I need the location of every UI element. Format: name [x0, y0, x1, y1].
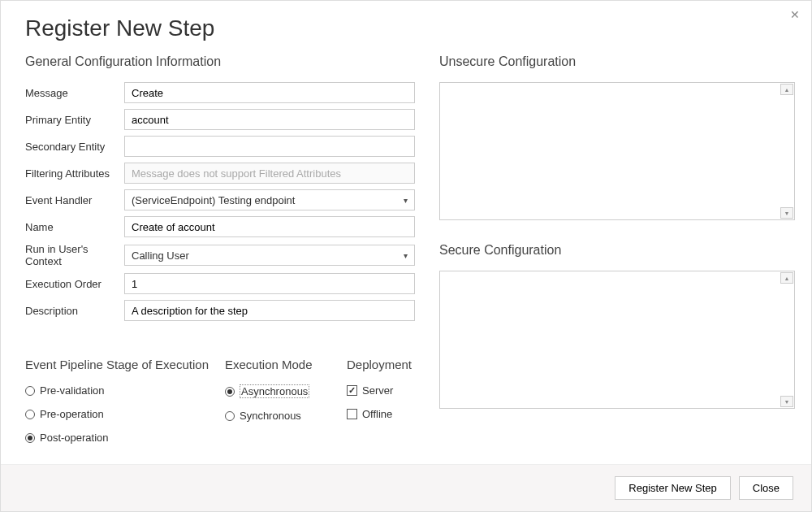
scroll-down-icon[interactable]: ▼ — [780, 396, 793, 407]
description-input[interactable] — [124, 300, 415, 321]
label-execution-order: Execution Order — [25, 278, 124, 290]
event-handler-value: (ServiceEndpoint) Testing endpoint — [132, 194, 295, 206]
radio-icon — [225, 411, 235, 421]
run-context-select[interactable]: Calling User ▾ — [124, 245, 415, 266]
primary-entity-input[interactable] — [124, 109, 415, 130]
label-description: Description — [25, 305, 124, 317]
checkbox-label-server: Server — [362, 384, 393, 397]
label-primary-entity: Primary Entity — [25, 114, 124, 126]
row-description: Description — [25, 300, 415, 321]
row-execution-order: Execution Order — [25, 273, 415, 294]
label-filtering-attributes: Filtering Attributes — [25, 167, 124, 180]
chevron-down-icon: ▾ — [404, 196, 408, 205]
general-config-header: General Configuration Information — [25, 54, 415, 69]
secondary-entity-input[interactable] — [124, 136, 415, 157]
row-name: Name — [25, 216, 415, 237]
checkbox-icon — [347, 385, 357, 396]
pipeline-stage-header: Event Pipeline Stage of Execution — [25, 358, 209, 371]
execution-order-input[interactable] — [124, 273, 415, 294]
deployment-header: Deployment — [347, 358, 444, 371]
checkbox-offline[interactable]: Offline — [347, 408, 444, 420]
row-event-handler: Event Handler (ServiceEndpoint) Testing … — [25, 189, 415, 210]
deployment-group: Deployment Server Offline — [347, 358, 444, 455]
radio-pre-validation[interactable]: Pre-validation — [25, 384, 209, 397]
unsecure-config-box: ▲ ▼ — [439, 82, 795, 220]
checkbox-icon — [347, 409, 357, 419]
radio-label-post-operation: Post-operation — [40, 432, 109, 444]
close-icon[interactable]: ✕ — [787, 7, 803, 22]
checkbox-server[interactable]: Server — [347, 384, 444, 397]
radio-synchronous[interactable]: Synchronous — [225, 410, 330, 422]
execution-mode-header: Execution Mode — [225, 358, 330, 371]
row-secondary-entity: Secondary Entity — [25, 136, 415, 157]
secure-config-header: Secure Configuration — [439, 243, 795, 258]
unsecure-config-header: Unsecure Configuration — [439, 54, 795, 69]
left-column: General Configuration Information Messag… — [25, 54, 415, 464]
chevron-down-icon: ▾ — [404, 251, 408, 260]
row-primary-entity: Primary Entity — [25, 109, 415, 130]
radio-label-synchronous: Synchronous — [240, 410, 301, 422]
register-new-step-button[interactable]: Register New Step — [615, 476, 730, 500]
radio-post-operation[interactable]: Post-operation — [25, 432, 209, 444]
label-run-context: Run in User's Context — [25, 243, 124, 267]
row-filtering-attributes: Filtering Attributes — [25, 163, 415, 184]
radio-icon — [25, 433, 35, 443]
run-context-value: Calling User — [132, 249, 189, 262]
dialog-title: Register New Step — [25, 15, 214, 41]
radio-asynchronous[interactable]: Asynchronous — [225, 384, 330, 398]
execution-mode-group: Execution Mode Asynchronous Synchronous — [225, 358, 330, 455]
close-button[interactable]: Close — [739, 476, 793, 500]
checkbox-label-offline: Offline — [362, 408, 392, 420]
radio-icon — [25, 386, 35, 396]
radio-icon — [25, 410, 35, 419]
dialog-footer: Register New Step Close — [1, 464, 811, 511]
secure-config-box: ▲ ▼ — [439, 271, 795, 409]
event-handler-select[interactable]: (ServiceEndpoint) Testing endpoint ▾ — [124, 189, 415, 210]
label-message: Message — [25, 87, 124, 99]
dialog-body: General Configuration Information Messag… — [1, 41, 811, 464]
message-input[interactable] — [124, 82, 415, 103]
radio-icon — [225, 387, 235, 397]
right-column: Unsecure Configuration ▲ ▼ Secure Config… — [439, 54, 795, 464]
row-message: Message — [25, 82, 415, 103]
radio-label-pre-validation: Pre-validation — [40, 384, 105, 397]
row-run-context: Run in User's Context Calling User ▾ — [25, 243, 415, 267]
name-input[interactable] — [124, 216, 415, 237]
pipeline-stage-group: Event Pipeline Stage of Execution Pre-va… — [25, 358, 209, 455]
radio-pre-operation[interactable]: Pre-operation — [25, 408, 209, 420]
label-event-handler: Event Handler — [25, 194, 124, 206]
scroll-up-icon[interactable]: ▲ — [780, 272, 793, 284]
scroll-down-icon[interactable]: ▼ — [780, 207, 793, 219]
label-secondary-entity: Secondary Entity — [25, 141, 124, 153]
radio-label-asynchronous: Asynchronous — [240, 384, 309, 398]
radio-label-pre-operation: Pre-operation — [40, 408, 104, 420]
label-name: Name — [25, 221, 124, 233]
unsecure-config-textarea[interactable] — [440, 83, 780, 219]
secure-config-textarea[interactable] — [440, 271, 780, 408]
dialog-window: Register New Step ✕ General Configuratio… — [0, 0, 812, 512]
title-bar: Register New Step ✕ — [1, 1, 811, 41]
lower-groups: Event Pipeline Stage of Execution Pre-va… — [25, 358, 415, 455]
scroll-up-icon[interactable]: ▲ — [780, 84, 793, 95]
filtering-attributes-input — [124, 163, 415, 184]
